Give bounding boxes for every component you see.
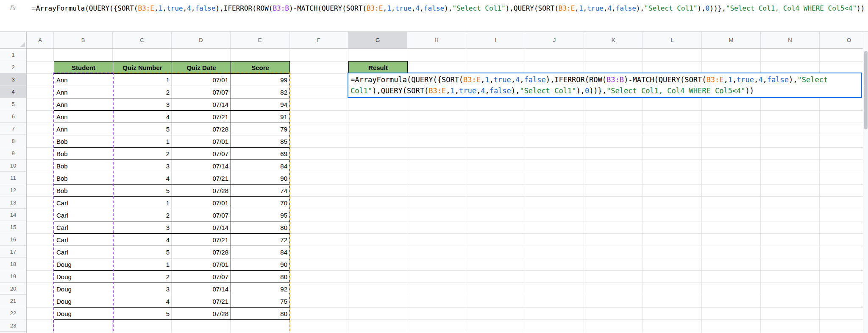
table-cell[interactable]: 4 <box>113 233 172 246</box>
table-cell[interactable]: 07/21 <box>172 172 231 185</box>
table-cell[interactable]: Ann <box>54 98 113 111</box>
cell-editor[interactable]: =ArrayFormula(QUERY({SORT(B3:E,1,true,4,… <box>348 73 862 98</box>
table-cell[interactable]: Bob <box>54 172 113 185</box>
table-cell[interactable]: 75 <box>231 295 290 308</box>
table-cell[interactable]: 72 <box>231 233 290 246</box>
table-cell[interactable]: 91 <box>231 110 290 123</box>
column-header-G[interactable]: G <box>348 32 407 49</box>
table-cell[interactable]: 07/14 <box>172 160 231 172</box>
row-header-9[interactable]: 9 <box>0 147 26 160</box>
table-cell[interactable]: 5 <box>113 123 172 135</box>
column-header-A[interactable]: A <box>27 32 54 49</box>
table-cell[interactable]: 3 <box>113 221 172 234</box>
row-header-11[interactable]: 11 <box>0 172 26 184</box>
column-header-N[interactable]: N <box>761 32 820 49</box>
vertical-scrollbar[interactable] <box>863 32 868 333</box>
row-header-18[interactable]: 18 <box>0 258 26 270</box>
column-header-D[interactable]: D <box>172 32 231 49</box>
column-header-K[interactable]: K <box>584 32 643 49</box>
table-cell[interactable]: 80 <box>231 307 290 320</box>
row-header-12[interactable]: 12 <box>0 184 26 196</box>
table-cell[interactable]: Doug <box>54 258 113 271</box>
result-header-cell[interactable]: Result <box>348 61 408 74</box>
table-cell[interactable]: 07/07 <box>172 147 231 160</box>
row-header-15[interactable]: 15 <box>0 221 26 233</box>
table-cell[interactable]: 07/01 <box>172 73 231 86</box>
table-header-cell[interactable]: Quiz Number <box>113 61 172 74</box>
table-cell[interactable]: 2 <box>113 209 172 221</box>
table-cell[interactable]: 07/28 <box>172 123 231 135</box>
table-cell[interactable]: Carl <box>54 221 113 234</box>
table-cell[interactable]: 92 <box>231 283 290 295</box>
row-header-20[interactable]: 20 <box>0 283 26 295</box>
table-cell[interactable]: 07/28 <box>172 246 231 258</box>
table-cell[interactable]: Ann <box>54 73 113 86</box>
column-header-H[interactable]: H <box>407 32 466 49</box>
row-header-5[interactable]: 5 <box>0 98 26 110</box>
table-cell[interactable]: 4 <box>113 110 172 123</box>
table-cell[interactable]: 5 <box>113 307 172 320</box>
column-header-F[interactable]: F <box>289 32 348 49</box>
row-header-19[interactable]: 19 <box>0 270 26 283</box>
table-cell[interactable]: Doug <box>54 283 113 295</box>
table-cell[interactable]: 07/07 <box>172 270 231 283</box>
table-cell[interactable]: 07/21 <box>172 110 231 123</box>
table-cell[interactable]: 3 <box>113 283 172 295</box>
table-cell[interactable]: 4 <box>113 295 172 308</box>
table-cell[interactable]: 3 <box>113 98 172 111</box>
table-cell[interactable]: 80 <box>231 270 290 283</box>
column-header-M[interactable]: M <box>702 32 761 49</box>
table-header-cell[interactable]: Student <box>54 61 113 74</box>
table-cell[interactable]: Doug <box>54 307 113 320</box>
column-header-L[interactable]: L <box>643 32 702 49</box>
table-header-cell[interactable]: Quiz Date <box>172 61 231 74</box>
column-header-J[interactable]: J <box>525 32 584 49</box>
row-header-6[interactable]: 6 <box>0 110 26 123</box>
column-header-B[interactable]: B <box>54 32 113 49</box>
row-header-16[interactable]: 16 <box>0 233 26 246</box>
table-cell[interactable]: Bob <box>54 135 113 148</box>
select-all-corner[interactable] <box>0 32 27 49</box>
table-cell[interactable]: 07/28 <box>172 307 231 320</box>
table-cell[interactable]: 5 <box>113 184 172 197</box>
table-cell[interactable]: 85 <box>231 135 290 148</box>
table-cell[interactable]: 84 <box>231 246 290 258</box>
formula-bar-input[interactable]: =ArrayFormula(QUERY({SORT(B3:E,1,true,4,… <box>32 3 865 14</box>
table-cell[interactable]: 07/14 <box>172 221 231 234</box>
row-header-8[interactable]: 8 <box>0 135 26 147</box>
cells-area[interactable]: StudentQuiz NumberQuiz DateScoreAnn107/0… <box>27 49 868 333</box>
row-header-17[interactable]: 17 <box>0 246 26 258</box>
column-header-O[interactable]: O <box>820 32 868 49</box>
row-header-10[interactable]: 10 <box>0 160 26 172</box>
table-cell[interactable]: 90 <box>231 258 290 271</box>
table-header-cell[interactable]: Score <box>231 61 290 74</box>
table-cell[interactable]: Doug <box>54 270 113 283</box>
table-cell[interactable]: 07/21 <box>172 295 231 308</box>
row-header-21[interactable]: 21 <box>0 295 26 307</box>
table-cell[interactable]: 07/01 <box>172 258 231 271</box>
table-cell[interactable]: Ann <box>54 110 113 123</box>
table-cell[interactable]: 07/14 <box>172 98 231 111</box>
table-cell[interactable]: Carl <box>54 246 113 258</box>
row-header-23[interactable]: 23 <box>0 319 26 332</box>
table-cell[interactable]: Bob <box>54 184 113 197</box>
row-header-14[interactable]: 14 <box>0 209 26 221</box>
row-header-22[interactable]: 22 <box>0 307 26 319</box>
table-cell[interactable]: 07/07 <box>172 86 231 98</box>
table-cell[interactable]: 69 <box>231 147 290 160</box>
table-cell[interactable]: Carl <box>54 233 113 246</box>
table-cell[interactable]: 4 <box>113 172 172 185</box>
table-cell[interactable]: Ann <box>54 86 113 98</box>
table-cell[interactable]: 82 <box>231 86 290 98</box>
table-cell[interactable]: Bob <box>54 147 113 160</box>
table-cell[interactable]: 1 <box>113 258 172 271</box>
table-cell[interactable]: 1 <box>113 135 172 148</box>
table-cell[interactable]: 95 <box>231 209 290 221</box>
row-header-13[interactable]: 13 <box>0 196 26 209</box>
table-cell[interactable]: 70 <box>231 196 290 209</box>
row-header-7[interactable]: 7 <box>0 123 26 135</box>
column-header-E[interactable]: E <box>231 32 289 49</box>
table-cell[interactable]: 1 <box>113 196 172 209</box>
table-cell[interactable]: 2 <box>113 147 172 160</box>
table-cell[interactable]: 3 <box>113 160 172 172</box>
